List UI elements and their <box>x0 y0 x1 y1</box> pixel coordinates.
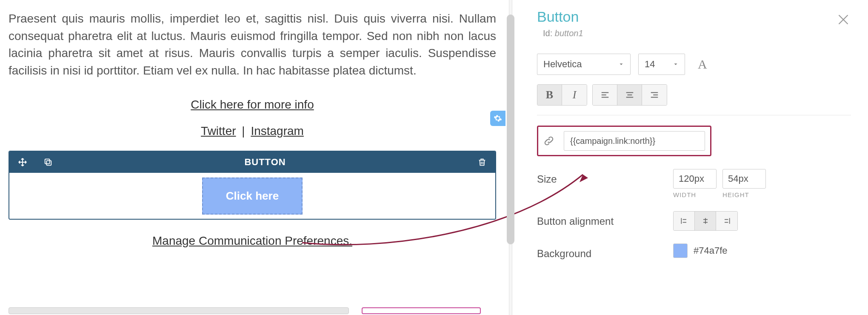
more-info-link[interactable]: Click here for more info <box>191 98 314 111</box>
manage-prefs-link[interactable]: Manage Communication Preferences. <box>152 234 352 247</box>
svg-rect-1 <box>45 159 50 164</box>
font-size-select[interactable]: 14 <box>638 54 685 75</box>
bottom-strip <box>9 307 489 315</box>
font-family-select[interactable]: Helvetica <box>537 54 631 75</box>
font-family-value: Helvetica <box>543 59 582 70</box>
button-align-group <box>673 211 738 231</box>
caret-down-icon <box>618 59 624 70</box>
btn-align-center[interactable] <box>695 212 716 230</box>
bottom-bar-grey[interactable] <box>9 307 349 314</box>
background-label: Background <box>537 243 673 260</box>
width-caption: WIDTH <box>673 191 717 198</box>
id-label: Id: <box>543 29 552 38</box>
block-title: BUTTON <box>244 157 286 168</box>
style-group: B I <box>537 84 587 106</box>
bold-button[interactable]: B <box>537 85 562 105</box>
size-label: Size <box>537 169 673 185</box>
instagram-link[interactable]: Instagram <box>251 124 304 137</box>
properties-panel: Button Id: button1 Helvetica 14 A <box>528 0 868 315</box>
button-element[interactable]: Click here <box>202 178 303 215</box>
text-color-icon[interactable]: A <box>698 57 707 72</box>
link-row-highlight <box>537 126 711 156</box>
gear-tab[interactable] <box>490 111 505 126</box>
divider-line <box>537 115 851 115</box>
more-info-row: Click here for more info <box>9 98 496 112</box>
duplicate-icon[interactable] <box>42 156 54 169</box>
btn-align-right[interactable] <box>716 212 737 230</box>
block-header: BUTTON <box>9 152 495 173</box>
panel-title: Button <box>537 9 851 25</box>
email-canvas: Praesent quis mauris mollis, imperdiet l… <box>0 0 505 315</box>
color-value: #74a7fe <box>694 245 728 256</box>
italic-button[interactable]: I <box>562 85 587 105</box>
button-alignment-label: Button alignment <box>537 211 673 227</box>
link-url-input[interactable] <box>564 131 705 151</box>
btn-align-left[interactable] <box>674 212 695 230</box>
color-swatch[interactable] <box>673 243 688 258</box>
scrollbar-thumb[interactable] <box>507 14 514 244</box>
twitter-link[interactable]: Twitter <box>201 124 236 137</box>
bottom-bar-pink[interactable] <box>362 307 481 314</box>
link-icon <box>542 134 556 148</box>
height-input[interactable] <box>722 169 766 189</box>
body-paragraph: Praesent quis mauris mollis, imperdiet l… <box>9 10 496 79</box>
panel-id: Id: button1 <box>543 29 851 38</box>
block-body: Click here <box>9 173 495 219</box>
move-icon[interactable] <box>16 156 29 169</box>
align-right-button[interactable] <box>642 85 667 105</box>
background-color-picker[interactable]: #74a7fe <box>673 243 728 258</box>
button-block[interactable]: BUTTON Click here <box>9 151 496 220</box>
separator: | <box>239 124 247 137</box>
manage-prefs-row: Manage Communication Preferences. <box>9 234 496 248</box>
caret-down-icon <box>673 59 679 70</box>
svg-rect-0 <box>46 161 51 166</box>
close-icon[interactable] <box>836 12 851 29</box>
width-input[interactable] <box>673 169 717 189</box>
text-align-group <box>592 84 667 106</box>
height-caption: HEIGHT <box>722 191 766 198</box>
align-center-button[interactable] <box>617 85 642 105</box>
font-size-value: 14 <box>645 59 655 70</box>
id-value: button1 <box>555 29 583 38</box>
align-left-button[interactable] <box>593 85 617 105</box>
trash-icon[interactable] <box>476 156 488 169</box>
social-row: Twitter | Instagram <box>9 124 496 138</box>
panel-divider[interactable] <box>505 0 528 315</box>
